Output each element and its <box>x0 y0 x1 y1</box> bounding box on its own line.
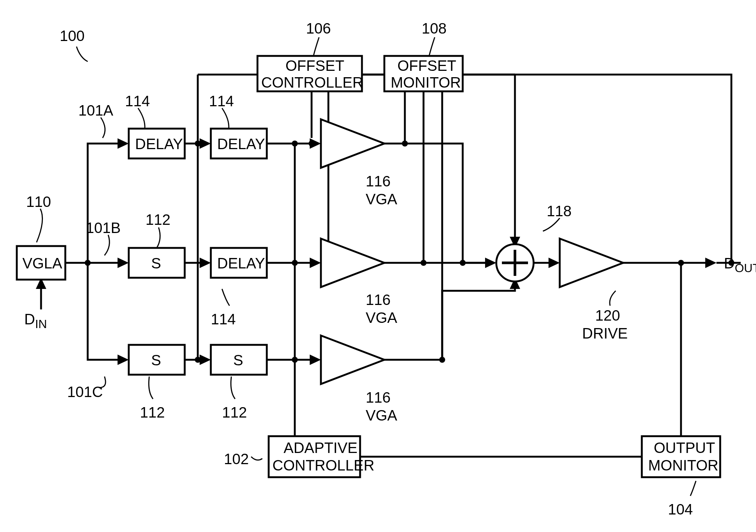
svg-marker-14 <box>118 258 129 268</box>
ref-vgla: 110 <box>26 193 51 210</box>
din-label: DIN <box>24 311 47 331</box>
ref-drive: 120 <box>595 307 620 324</box>
offset-monitor-label1: OFFSET <box>397 57 456 74</box>
ref-offset-controller: 106 <box>306 20 331 37</box>
vgla-label: VGLA <box>22 255 62 271</box>
vga-c-block <box>321 336 384 384</box>
offset-controller-label1: OFFSET <box>285 57 344 74</box>
svg-marker-35 <box>705 258 716 268</box>
svg-point-44 <box>309 141 315 147</box>
vga-c-label: VGA <box>366 407 397 424</box>
adaptive-controller-label1: ADAPTIVE <box>284 440 357 456</box>
ref-s-c2: 112 <box>222 404 247 421</box>
delay-a2-label: DELAY <box>217 136 265 152</box>
vga-a-label: VGA <box>366 191 397 207</box>
output-monitor-label1: OUTPUT <box>654 440 715 456</box>
ref-delay-a1: 114 <box>125 93 150 109</box>
summer-block <box>496 244 534 281</box>
svg-marker-25 <box>200 355 211 365</box>
offset-monitor-label2: MONITOR <box>391 74 461 91</box>
output-monitor-label2: MONITOR <box>648 457 718 473</box>
s-b1-label: S <box>151 255 161 271</box>
ref-path-b: 101B <box>86 220 121 236</box>
ref-output-monitor: 104 <box>668 501 693 517</box>
svg-marker-21 <box>485 258 496 268</box>
svg-marker-16 <box>200 258 211 268</box>
drive-label: DRIVE <box>582 325 628 341</box>
vga-b-block <box>321 239 384 287</box>
ref-delay-a2: 114 <box>209 93 234 109</box>
vga-b-label: VGA <box>366 309 397 326</box>
delay-b2-label: DELAY <box>217 255 265 271</box>
ref-adaptive-controller: 102 <box>224 451 249 467</box>
ref-offset-monitor: 108 <box>422 20 447 37</box>
ref-main: 100 <box>60 28 85 44</box>
ref-path-a: 101A <box>78 102 113 119</box>
dout-label: DOUT <box>724 255 756 275</box>
ref-path-c: 101C <box>67 384 103 400</box>
adaptive-controller-label2: CONTROLLER <box>272 457 374 473</box>
offset-controller-label2: CONTROLLER <box>261 74 363 91</box>
svg-marker-18 <box>310 258 321 268</box>
svg-marker-4 <box>118 138 129 149</box>
ref-vga-b: 116 <box>366 292 391 308</box>
drive-block <box>560 239 623 287</box>
ref-summer: 118 <box>547 203 572 219</box>
svg-marker-23 <box>118 355 129 365</box>
ref-s-b1: 112 <box>146 211 171 228</box>
s-c1-label: S <box>151 352 161 368</box>
ref-vga-a: 116 <box>366 173 391 189</box>
ref-vga-c: 116 <box>366 389 391 406</box>
delay-a1-label: DELAY <box>135 136 183 152</box>
svg-marker-28 <box>310 355 321 365</box>
svg-marker-33 <box>549 258 560 268</box>
ref-s-c1: 112 <box>140 404 165 421</box>
block-diagram: VGLA DELAY DELAY S DELAY S S OFFSET CONT… <box>0 0 756 532</box>
vga-a-block <box>321 119 384 168</box>
s-c2-label: S <box>233 352 243 368</box>
svg-marker-6 <box>200 138 211 149</box>
ref-delay-b2: 114 <box>211 311 236 327</box>
